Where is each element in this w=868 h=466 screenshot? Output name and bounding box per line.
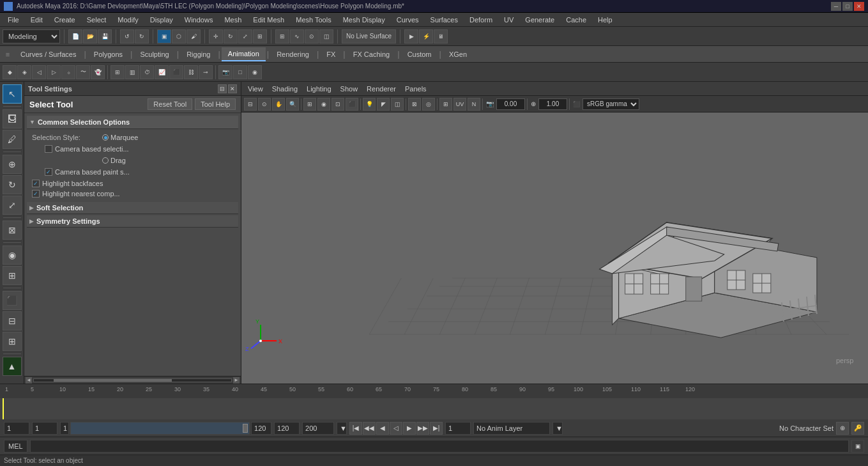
character-set-key-button[interactable]: 🔑 <box>851 422 864 435</box>
viewport-3d[interactable]: X Y Z persp <box>241 113 868 384</box>
smooth-button[interactable]: ◉ <box>248 65 262 79</box>
show-manip-icon[interactable]: ⊠ <box>3 221 22 240</box>
range-handle[interactable] <box>243 424 248 433</box>
menu-modify[interactable]: Modify <box>112 15 143 25</box>
go-start-button[interactable]: |◀ <box>349 422 362 435</box>
menu-select[interactable]: Select <box>82 15 112 25</box>
vp-wireframe-shade-button[interactable]: ⊡ <box>331 98 344 111</box>
snap-grid-button[interactable]: ⊞ <box>275 29 289 43</box>
tab-xgen[interactable]: XGen <box>443 47 473 61</box>
tab-fx[interactable]: FX <box>320 47 342 61</box>
vp-aa-button[interactable]: ◫ <box>391 98 404 111</box>
timeline-track[interactable] <box>0 398 868 419</box>
character-set-options-button[interactable]: ⊕ <box>836 422 849 435</box>
menu-surfaces[interactable]: Surfaces <box>425 15 463 25</box>
tab-sculpting[interactable]: Sculpting <box>133 47 175 61</box>
prev-frame-button[interactable]: ◀ <box>376 422 389 435</box>
highlight-backfaces-checkbox[interactable]: ✓ <box>32 180 40 187</box>
no-live-surface-button[interactable]: No Live Surface <box>342 29 396 43</box>
viewport-menu-panels[interactable]: Panels <box>401 84 430 94</box>
ipr-render-button[interactable]: ⚡ <box>419 29 433 43</box>
vp-wireframe-button[interactable]: ⊞ <box>303 98 316 111</box>
reset-tool-button[interactable]: Reset Tool <box>148 98 192 110</box>
current-frame-input-field[interactable]: 1 <box>32 422 57 435</box>
tab-rendering[interactable]: Rendering <box>270 47 316 61</box>
snap-curve-button[interactable]: ∿ <box>290 29 304 43</box>
render-current-button[interactable]: ▶ <box>404 29 418 43</box>
graph-editor-button[interactable]: 📈 <box>155 65 169 79</box>
constraint-button[interactable]: ⛓ <box>184 65 198 79</box>
common-selection-header[interactable]: ▼ Common Selection Options <box>27 116 238 129</box>
snap-view-button[interactable]: ◫ <box>319 29 333 43</box>
transform-tool-button[interactable]: ⊞ <box>253 29 267 43</box>
frame-number-field[interactable]: 1 <box>445 422 471 435</box>
vp-zoom-input[interactable] <box>538 98 567 110</box>
marquee-option[interactable]: Marquee <box>102 134 138 141</box>
move-tool-button[interactable]: ✛ <box>209 29 223 43</box>
extra-tool-icon[interactable]: ▲ <box>3 357 22 376</box>
tool-settings-scrollbar[interactable]: ◄ ► <box>24 376 241 384</box>
vp-camera-pan-button[interactable]: ✋ <box>272 98 285 111</box>
ik-handle-button[interactable]: ⊸ <box>199 65 213 79</box>
vp-snap-grid-vp-button[interactable]: ⊞ <box>439 98 452 111</box>
close-button[interactable]: ✕ <box>854 2 864 11</box>
mode-dropdown[interactable]: Modeling Rigging Animation <box>3 29 60 43</box>
scale-tool-button[interactable]: ⤢ <box>238 29 252 43</box>
snap-point-button[interactable]: ⊙ <box>305 29 319 43</box>
drag-option[interactable]: Drag <box>102 157 126 164</box>
viewport-menu-view[interactable]: View <box>244 84 267 94</box>
viewport-menu-show[interactable]: Show <box>337 84 362 94</box>
menu-help[interactable]: Help <box>593 15 618 25</box>
menu-edit[interactable]: Edit <box>26 15 48 25</box>
scroll-left-button[interactable]: ◄ <box>26 377 32 384</box>
vp-camera-select-button[interactable]: ⊟ <box>244 98 257 111</box>
tool-help-button[interactable]: Tool Help <box>195 98 236 110</box>
minimize-button[interactable]: ─ <box>831 2 841 11</box>
drag-radio[interactable] <box>102 157 109 164</box>
rotate-tool-button[interactable]: ↻ <box>224 29 238 43</box>
viewport-menu-renderer[interactable]: Renderer <box>363 84 400 94</box>
vp-camera-value-input[interactable] <box>496 98 525 110</box>
soft-mod-icon[interactable]: ◉ <box>3 245 22 265</box>
play-back-button[interactable]: ◁ <box>390 422 402 435</box>
move-tool-icon[interactable]: ⊕ <box>3 155 22 174</box>
select-tool-button[interactable]: ▣ <box>157 29 171 43</box>
vp-xray-button[interactable]: ⊠ <box>408 98 421 111</box>
paint-tool-icon[interactable]: ⛾ <box>3 109 22 128</box>
tab-rigging[interactable]: Rigging <box>180 47 217 61</box>
trax-editor-button[interactable]: ▥ <box>125 65 139 79</box>
render-layers-icon[interactable]: ⊞ <box>3 332 22 351</box>
tab-fx-caching[interactable]: FX Caching <box>347 47 396 61</box>
range-end-input[interactable]: 120 <box>274 422 300 435</box>
soft-selection-header[interactable]: ▶ Soft Selection <box>27 202 238 214</box>
rotate-tool-icon[interactable]: ↻ <box>3 175 22 194</box>
play-forward-button[interactable]: ▶ <box>403 422 416 435</box>
paint-select-button[interactable]: 🖌 <box>187 29 201 43</box>
anim-layers-icon[interactable]: ⊟ <box>3 311 22 330</box>
menu-mesh[interactable]: Mesh <box>219 15 247 25</box>
ghost-button[interactable]: 👻 <box>91 65 105 79</box>
lattice-icon[interactable]: ⊞ <box>3 266 22 285</box>
wireframe-button[interactable]: □ <box>233 65 247 79</box>
maximize-button[interactable]: □ <box>842 2 853 11</box>
timeline-range-slider[interactable] <box>70 422 250 435</box>
sculpt-tool-icon[interactable]: 🖊 <box>3 130 22 149</box>
in-tangent-button[interactable]: ◁ <box>32 65 46 79</box>
tab-polygons[interactable]: Polygons <box>88 47 129 61</box>
fps-dropdown-arrow[interactable]: ▼ <box>337 422 347 435</box>
camera-button[interactable]: 📷 <box>218 65 232 79</box>
camera-based-selection-checkbox[interactable] <box>45 145 52 153</box>
redo-button[interactable]: ↻ <box>135 29 149 43</box>
next-frame-button[interactable]: ▶▶ <box>416 422 429 435</box>
open-file-button[interactable]: 📂 <box>83 29 97 43</box>
menu-curves[interactable]: Curves <box>392 15 424 25</box>
tab-animation[interactable]: Animation <box>222 47 266 61</box>
symmetry-settings-header[interactable]: ▶ Symmetry Settings <box>27 215 238 228</box>
vp-shadow-button[interactable]: ◤ <box>377 98 390 111</box>
breakdown-button[interactable]: ◈ <box>17 65 31 79</box>
menu-generate[interactable]: Generate <box>520 15 560 25</box>
out-tangent-button[interactable]: ▷ <box>47 65 61 79</box>
command-input[interactable] <box>30 440 849 453</box>
display-layers-icon[interactable]: ⬛ <box>3 291 22 310</box>
viewport-menu-lighting[interactable]: Lighting <box>303 84 335 94</box>
